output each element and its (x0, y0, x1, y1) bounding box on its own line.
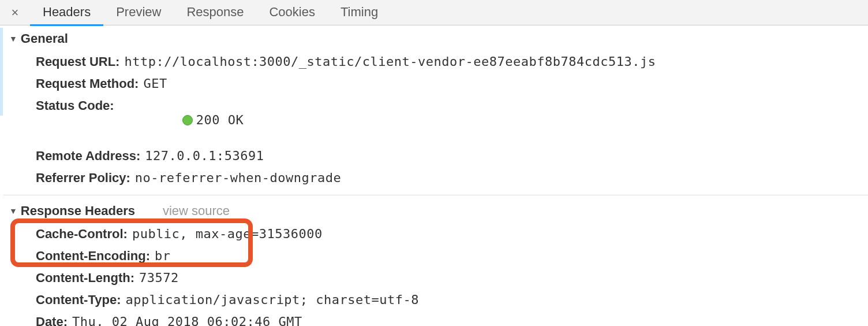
row-content-length: Content-Length: 73572 (3, 267, 868, 289)
general-rows: Request URL: http://localhost:3000/_stat… (3, 50, 868, 192)
general-title-text: General (21, 31, 68, 46)
label-remote-address: Remote Address: (36, 149, 140, 164)
tabbar: × Headers Preview Response Cookies Timin… (0, 0, 868, 25)
close-icon[interactable]: × (0, 5, 30, 20)
row-content-type: Content-Type: application/javascript; ch… (3, 289, 868, 311)
value-remote-address: 127.0.0.1:53691 (145, 149, 264, 164)
view-source-link[interactable]: view source (163, 203, 230, 218)
response-headers-title-text: Response Headers (21, 203, 135, 218)
section-general-title[interactable]: ▼ General (3, 25, 868, 50)
response-headers-rows: Cache-Control: public, max-age=31536000 … (3, 222, 868, 326)
label-date: Date: (36, 314, 68, 326)
value-content-length: 73572 (139, 271, 179, 286)
disclosure-triangle-icon[interactable]: ▼ (9, 34, 17, 43)
label-content-length: Content-Length: (36, 271, 134, 286)
label-content-encoding: Content-Encoding: (36, 249, 150, 264)
section-divider (3, 195, 868, 195)
row-cache-control: Cache-Control: public, max-age=31536000 (3, 223, 868, 245)
scroll-indicator (0, 28, 3, 116)
value-referrer-policy: no-referrer-when-downgrade (135, 171, 341, 186)
tab-preview[interactable]: Preview (103, 0, 174, 25)
tab-response[interactable]: Response (174, 0, 256, 25)
value-request-method: GET (143, 76, 167, 91)
label-referrer-policy: Referrer Policy: (36, 171, 130, 186)
section-response-headers-title[interactable]: ▼ Response Headers view source (3, 198, 868, 222)
row-remote-address: Remote Address: 127.0.0.1:53691 (3, 145, 868, 167)
row-referrer-policy: Referrer Policy: no-referrer-when-downgr… (3, 167, 868, 189)
tab-headers[interactable]: Headers (30, 0, 103, 25)
value-request-url: http://localhost:3000/_static/client-ven… (124, 54, 656, 69)
row-status-code: Status Code: 200 OK (3, 95, 868, 145)
disclosure-triangle-icon[interactable]: ▼ (9, 206, 17, 216)
row-content-encoding: Content-Encoding: br (3, 245, 868, 267)
row-request-url: Request URL: http://localhost:3000/_stat… (3, 51, 868, 73)
label-status-code: Status Code: (36, 98, 114, 142)
label-request-method: Request Method: (36, 76, 139, 91)
status-dot-icon (182, 115, 193, 125)
row-date: Date: Thu, 02 Aug 2018 06:02:46 GMT (3, 311, 868, 326)
value-date: Thu, 02 Aug 2018 06:02:46 GMT (72, 314, 302, 326)
value-content-encoding: br (155, 249, 171, 264)
value-content-type: application/javascript; charset=utf-8 (125, 292, 419, 308)
label-request-url: Request URL: (36, 54, 119, 69)
label-content-type: Content-Type: (36, 292, 121, 308)
value-cache-control: public, max-age=31536000 (132, 227, 323, 242)
tab-cookies[interactable]: Cookies (256, 0, 327, 25)
headers-panel: ▼ General Request URL: http://localhost:… (0, 25, 868, 326)
row-request-method: Request Method: GET (3, 73, 868, 95)
value-status-code: 200 OK (119, 98, 244, 142)
tab-timing[interactable]: Timing (328, 0, 391, 25)
label-cache-control: Cache-Control: (36, 227, 128, 242)
